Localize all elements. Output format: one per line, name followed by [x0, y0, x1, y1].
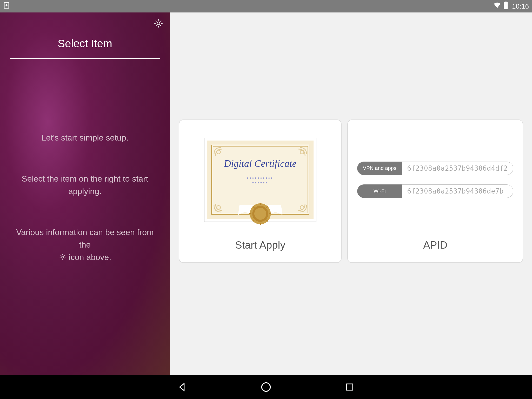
back-button[interactable] — [176, 380, 189, 394]
settings-button[interactable] — [153, 18, 164, 29]
svg-point-8 — [300, 205, 304, 209]
svg-point-11 — [254, 208, 266, 220]
apid-row-label: Wi-Fi — [357, 184, 402, 198]
sidebar-text-1: Let's start simple setup. — [11, 131, 159, 144]
apid-row-value: 6f2308a0a2537b94386d4df2 — [402, 162, 513, 175]
certificate-image: Digital Certificate •••••••••••••••• — [204, 138, 316, 222]
start-apply-title: Start Apply — [179, 239, 341, 251]
recent-icon — [345, 382, 354, 392]
home-icon — [260, 381, 272, 393]
sidebar-text-3: Various information can be seen from the… — [11, 226, 159, 263]
certificate-dots: •••••••••••••••• — [212, 176, 309, 185]
svg-point-7 — [217, 205, 221, 209]
svg-rect-2 — [505, 2, 507, 2]
clock-text: 10:16 — [512, 2, 529, 10]
apid-card[interactable]: VPN and apps 6f2308a0a2537b94386d4df2 Wi… — [347, 119, 523, 263]
certificate-title: Digital Certificate — [212, 158, 309, 169]
sidebar-title: Select Item — [10, 37, 160, 50]
recent-button[interactable] — [343, 380, 356, 394]
svg-rect-1 — [504, 2, 508, 9]
svg-rect-13 — [347, 384, 353, 390]
svg-point-6 — [300, 150, 304, 154]
sidebar: Select Item Let's start simple setup. Se… — [0, 12, 170, 375]
home-button[interactable] — [259, 380, 273, 394]
nav-bar — [0, 375, 532, 399]
back-icon — [177, 382, 188, 392]
download-icon — [3, 2, 10, 11]
svg-point-12 — [262, 383, 270, 391]
apid-row-vpn: VPN and apps 6f2308a0a2537b94386d4df2 — [357, 162, 513, 175]
start-apply-card[interactable]: Digital Certificate •••••••••••••••• — [179, 119, 342, 263]
apid-row-label: VPN and apps — [357, 162, 402, 175]
svg-point-4 — [62, 256, 64, 258]
seal-icon — [248, 201, 273, 226]
gear-icon — [153, 18, 164, 29]
content-area: Select Item Let's start simple setup. Se… — [0, 12, 532, 375]
apid-row-wifi: Wi-Fi 6f2308a0a2537b94386de7b — [357, 184, 513, 198]
gear-icon — [59, 252, 66, 260]
svg-point-5 — [217, 150, 221, 154]
sidebar-text-2: Select the item on the right to start ap… — [11, 172, 159, 197]
svg-point-3 — [157, 22, 160, 25]
sidebar-underline — [10, 58, 160, 59]
apid-title: APID — [348, 239, 523, 251]
main-panel: Digital Certificate •••••••••••••••• — [170, 12, 532, 375]
status-bar: 10:16 — [0, 0, 532, 12]
apid-row-value: 6f2308a0a2537b94386de7b — [402, 184, 513, 198]
wifi-icon — [493, 2, 501, 11]
battery-icon — [503, 2, 508, 11]
